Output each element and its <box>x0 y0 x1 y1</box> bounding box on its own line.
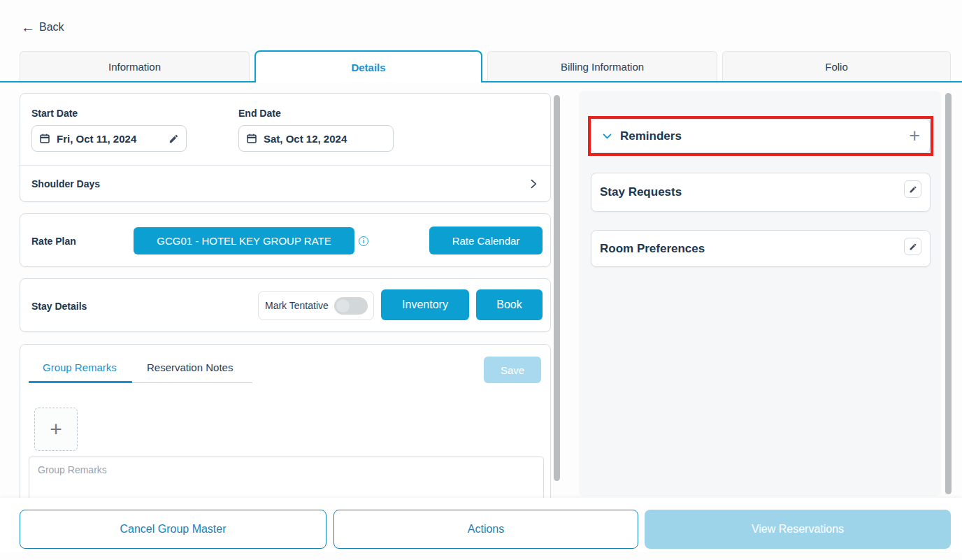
calendar-icon <box>246 133 257 144</box>
stay-requests-section: Stay Requests <box>591 173 931 212</box>
plus-icon: + <box>50 419 62 440</box>
group-remarks-textarea[interactable] <box>29 457 544 500</box>
tab-folio[interactable]: Folio <box>722 51 951 81</box>
actions-button[interactable]: Actions <box>333 510 638 549</box>
book-button[interactable]: Book <box>476 289 543 320</box>
tab-information[interactable]: Information <box>20 51 250 81</box>
add-reminder-button[interactable]: + <box>909 127 920 145</box>
chevron-down-icon[interactable] <box>601 130 613 142</box>
rate-calendar-button[interactable]: Rate Calendar <box>429 227 543 254</box>
group-master-page: ← Back Information Details Billing Infor… <box>0 0 962 560</box>
start-date-field[interactable]: Fri, Oct 11, 2024 <box>31 125 187 152</box>
inactive-tab-underline <box>132 382 252 383</box>
page-scrollbar[interactable] <box>945 93 952 494</box>
footer-action-bar: Cancel Group Master Actions View Reserva… <box>0 498 962 552</box>
stay-requests-title: Stay Requests <box>600 185 682 199</box>
back-arrow-icon: ← <box>21 20 35 34</box>
active-tab-underline <box>29 381 132 383</box>
start-date-value: Fri, Oct 11, 2024 <box>57 133 136 145</box>
tab-reservation-notes[interactable]: Reservation Notes <box>147 361 233 373</box>
dates-card: Start Date End Date Fri, Oct 11, 2024 <box>20 93 551 202</box>
rate-plan-label: Rate Plan <box>31 236 76 247</box>
edit-stay-requests-button[interactable] <box>904 180 921 198</box>
rate-plan-value-button[interactable]: GCG01 - HOTEL KEY GROUP RATE <box>134 227 354 254</box>
add-remark-button[interactable]: + <box>34 408 78 451</box>
end-date-field[interactable]: Sat, Oct 12, 2024 <box>238 125 394 152</box>
right-panel: Reminders + Stay Requests Room Preferenc… <box>579 91 941 496</box>
inventory-button[interactable]: Inventory <box>381 289 469 320</box>
edit-start-date-icon[interactable] <box>168 134 179 144</box>
shoulder-days-label: Shoulder Days <box>31 178 100 189</box>
mark-tentative-label: Mark Tentative <box>265 300 329 311</box>
save-button[interactable]: Save <box>484 357 541 383</box>
edit-room-preferences-button[interactable] <box>904 238 921 255</box>
stay-details-label: Stay Details <box>31 301 87 312</box>
toggle-knob <box>336 299 350 313</box>
info-icon[interactable]: i <box>359 236 368 246</box>
mark-tentative-toggle[interactable] <box>334 297 368 315</box>
tab-bar: Information Details Billing Information … <box>0 50 962 82</box>
tab-details[interactable]: Details <box>254 50 482 82</box>
rate-plan-card: Rate Plan GCG01 - HOTEL KEY GROUP RATE i… <box>20 213 551 267</box>
room-preferences-title: Room Preferences <box>600 242 705 256</box>
start-date-label: Start Date <box>31 108 78 119</box>
chevron-right-icon <box>528 178 539 189</box>
reminders-section[interactable]: Reminders + <box>591 119 931 153</box>
tab-group-remarks[interactable]: Group Remarks <box>43 361 117 373</box>
view-reservations-button[interactable]: View Reservations <box>645 510 951 549</box>
cancel-group-master-button[interactable]: Cancel Group Master <box>20 510 326 549</box>
left-column-scrollbar[interactable] <box>554 95 560 481</box>
back-label: Back <box>39 21 64 34</box>
remarks-card: Group Remarks Reservation Notes Save + <box>20 344 551 506</box>
reminders-title: Reminders <box>620 129 682 143</box>
end-date-value: Sat, Oct 12, 2024 <box>264 133 347 145</box>
tab-billing-information[interactable]: Billing Information <box>487 51 717 81</box>
calendar-icon <box>39 133 50 144</box>
mark-tentative-control: Mark Tentative <box>258 291 374 320</box>
end-date-label: End Date <box>238 108 281 119</box>
stay-details-card: Stay Details Mark Tentative Inventory Bo… <box>20 278 551 332</box>
back-button[interactable]: ← Back <box>21 20 64 34</box>
room-preferences-section: Room Preferences <box>591 230 931 267</box>
shoulder-days-row[interactable]: Shoulder Days <box>20 166 550 202</box>
